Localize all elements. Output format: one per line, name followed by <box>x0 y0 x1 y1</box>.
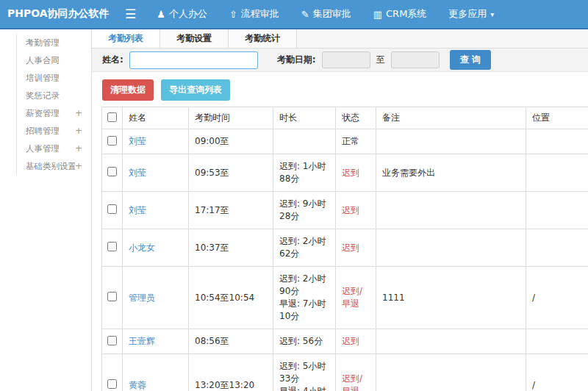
topnav-item-icon: ✎ <box>301 9 309 20</box>
expand-toggle-icon[interactable]: + <box>75 161 82 171</box>
table-row: 刘莹 17:17至 迟到: 9小时28分 迟到 <box>102 192 588 229</box>
topnav-item-label: 个人办公 <box>169 7 207 21</box>
status-cell: 正常 <box>336 129 376 154</box>
employee-name-link[interactable]: 管理员 <box>129 293 155 303</box>
clear-data-button[interactable]: 清理数据 <box>102 79 154 101</box>
row-checkbox-cell <box>102 354 123 391</box>
name-filter-input[interactable] <box>129 51 258 69</box>
column-header: 姓名 <box>123 107 189 129</box>
employee-name-link[interactable]: 刘莹 <box>129 136 146 146</box>
status-badge: 迟到 <box>342 336 359 346</box>
expand-toggle-icon[interactable]: + <box>75 143 82 154</box>
employee-name-link[interactable]: 刘莹 <box>129 168 146 178</box>
location-cell <box>526 154 588 192</box>
topnav-item[interactable]: 更多应用 ▾ <box>448 7 494 21</box>
topnav-item-icon: ⇧ <box>229 9 237 20</box>
sidebar-item[interactable]: 考勤管理 <box>16 34 91 51</box>
topnav-item[interactable]: ▥ CRM系统 <box>373 7 427 21</box>
row-checkbox[interactable] <box>107 379 117 389</box>
column-header: 备注 <box>376 107 526 129</box>
sidebar-item-label: 人事合同 <box>26 55 82 66</box>
search-button[interactable]: 查 询 <box>450 50 491 70</box>
sidebar-item[interactable]: 招聘管理 + <box>16 122 91 140</box>
employee-name-link[interactable]: 黄蓉 <box>129 380 146 390</box>
export-list-button[interactable]: 导出查询列表 <box>161 79 230 101</box>
status-cell: 迟到/早退 <box>336 354 376 391</box>
tab[interactable]: 考勤列表 <box>92 29 160 48</box>
location-cell <box>526 229 588 267</box>
time-cell: 09:53至 <box>189 154 273 192</box>
status-badge: 迟到 <box>342 243 359 253</box>
tab[interactable]: 考勤设置 <box>160 29 229 48</box>
duration-cell: 迟到: 2小时62分 <box>273 229 336 267</box>
name-cell: 刘莹 <box>123 154 189 192</box>
location-cell <box>526 192 588 229</box>
row-checkbox-cell <box>102 329 123 354</box>
row-checkbox[interactable] <box>107 336 117 345</box>
employee-name-link[interactable]: 王壹辉 <box>129 336 155 346</box>
table-row: 刘莹 09:00至 正常 <box>102 129 588 154</box>
sidebar-item[interactable]: 培训管理 <box>16 69 91 87</box>
note-cell: 1111 <box>376 267 526 329</box>
row-checkbox[interactable] <box>107 136 117 146</box>
topnav-item[interactable]: ♟ 个人办公 <box>157 7 207 21</box>
location-cell <box>526 329 588 354</box>
row-checkbox-cell <box>102 192 123 229</box>
row-checkbox[interactable] <box>107 292 117 301</box>
row-checkbox[interactable] <box>107 204 117 214</box>
status-cell: 迟到 <box>336 192 376 229</box>
topnav-item[interactable]: ⇧ 流程审批 <box>229 7 279 21</box>
date-to-input[interactable] <box>391 51 440 68</box>
header-checkbox-cell <box>102 107 123 129</box>
topnav-item[interactable]: ✎ 集团审批 <box>301 7 351 21</box>
employee-name-link[interactable]: 刘莹 <box>129 205 146 215</box>
row-checkbox[interactable] <box>107 242 117 251</box>
sidebar-item[interactable]: 基础类别设置 + <box>16 157 91 175</box>
employee-name-link[interactable]: 小龙女 <box>129 243 155 253</box>
sidebar-item-label: 考勤管理 <box>26 37 82 49</box>
tab-bar: 考勤列表 考勤设置 考勤统计 <box>92 29 588 49</box>
name-cell: 王壹辉 <box>123 329 189 354</box>
sidebar-item-label: 薪资管理 <box>26 108 75 119</box>
filter-bar: 姓名: 考勤日期: 至 查 询 <box>92 49 588 72</box>
sidebar-item[interactable]: 人事合同 <box>16 51 91 69</box>
column-header: 状态 <box>336 107 376 129</box>
time-cell: 09:00至 <box>189 129 273 154</box>
row-checkbox[interactable] <box>107 167 117 176</box>
name-cell: 刘莹 <box>123 129 189 154</box>
time-cell: 17:17至 <box>189 192 273 229</box>
sidebar-item[interactable]: 奖惩记录 <box>16 87 91 104</box>
duration-late-text: 迟到: 2小时90分 <box>279 273 329 298</box>
hamburger-menu-icon[interactable]: ☰ <box>125 7 136 21</box>
date-from-input[interactable] <box>322 51 370 68</box>
table-row: 刘莹 09:53至 迟到: 1小时88分 迟到 业务需要外出 <box>102 154 588 192</box>
location-cell: / <box>526 267 588 329</box>
select-all-checkbox[interactable] <box>107 112 117 122</box>
sidebar: ⌂ 个人桌面 ♟ 个人办公 + ⇧ 流程审批 + ✎ 集团审批 + ▥ CRM系… <box>0 29 92 391</box>
sidebar-item[interactable]: 薪资管理 + <box>16 104 91 122</box>
note-cell <box>376 354 526 391</box>
note-cell <box>376 192 526 229</box>
topnav-item-icon: ▥ <box>373 9 382 20</box>
note-cell: 业务需要外出 <box>376 154 526 192</box>
top-navigation: ♟ 个人办公 ⇧ 流程审批 ✎ 集团审批 ▥ CRM系统 <box>157 7 494 21</box>
tab[interactable]: 考勤统计 <box>229 29 297 48</box>
main-content: 考勤列表 考勤设置 考勤统计 姓名: 考勤日期: 至 查 询 清理数据 导出查询… <box>92 29 588 391</box>
expand-toggle-icon[interactable]: + <box>75 108 82 118</box>
status-badge: 迟到/早退 <box>342 373 362 391</box>
topnav-item-icon: ♟ <box>157 9 165 20</box>
sidebar-item[interactable]: 人事管理 + <box>16 140 91 157</box>
sidebar-item-label: 培训管理 <box>26 73 82 84</box>
sidebar-item-label: 招聘管理 <box>26 126 75 137</box>
note-cell <box>376 129 526 154</box>
status-cell: 迟到/早退 <box>336 267 376 329</box>
duration-cell: 迟到: 5小时33分 早退: 4小时67分 <box>273 354 336 391</box>
duration-cell: 迟到: 56分 <box>273 329 336 354</box>
app-logo: PHPOA协同办公软件 <box>0 7 125 21</box>
name-cell: 小龙女 <box>123 229 189 267</box>
date-filter-label: 考勤日期: <box>277 54 316 66</box>
sidebar-item-label: 奖惩记录 <box>26 90 82 101</box>
expand-toggle-icon[interactable]: + <box>75 126 82 136</box>
status-badge: 迟到 <box>342 168 359 178</box>
attendance-table: 姓名 考勤时间 时长 状态 备注 位置 <box>101 107 588 391</box>
